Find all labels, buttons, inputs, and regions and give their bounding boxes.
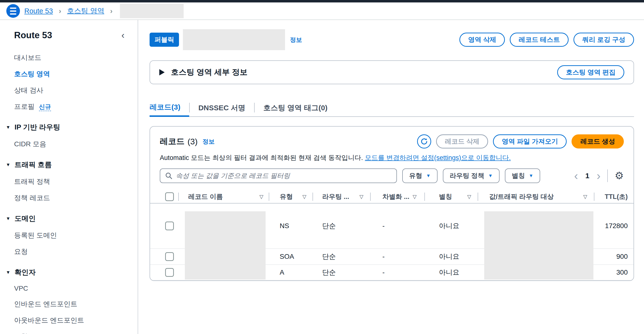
routing-policy-cell: 단순 bbox=[312, 265, 370, 280]
chevron-down-icon: ▼ bbox=[426, 173, 431, 178]
chevron-right-icon: › bbox=[59, 7, 61, 15]
select-all-checkbox[interactable] bbox=[165, 192, 174, 201]
record-name-redacted bbox=[185, 211, 266, 279]
sidebar-title: Route 53 bbox=[14, 30, 52, 41]
routing-policy-cell: 단순 bbox=[312, 203, 370, 248]
next-page-icon[interactable]: › bbox=[596, 170, 600, 182]
new-badge[interactable]: 신규 bbox=[39, 103, 51, 111]
settings-link[interactable]: 모드를 변경하려면 설정(settings)으로 이동합니다. bbox=[365, 154, 511, 161]
sort-icon[interactable]: ▽ bbox=[467, 194, 471, 200]
sidebar-item-vpc[interactable]: VPC bbox=[14, 284, 138, 292]
records-panel: 레코드 (3) 정보 레코드 삭제 영역 파일 가져오기 레코드 생성 bbox=[150, 126, 634, 281]
pagination: ‹ 1 › bbox=[574, 170, 601, 182]
triangle-down-icon: ▼ bbox=[6, 270, 10, 275]
records-description: Automatic 모드는 최상의 필터 결과에 최적화된 현재 검색 동작입니… bbox=[150, 153, 634, 162]
sidebar: Route 53 ‹ 대시보드 호스팅 영역 상태 검사 프로필신규 ▼ IP … bbox=[0, 20, 138, 334]
sidebar-item-cidr-collections[interactable]: CIDR 모음 bbox=[14, 140, 138, 149]
sidebar-section-ip-routing[interactable]: ▼ IP 기반 라우팅 bbox=[6, 122, 138, 132]
configure-query-logging-button[interactable]: 쿼리 로깅 구성 bbox=[574, 33, 634, 47]
delete-zone-button[interactable]: 영역 삭제 bbox=[460, 33, 505, 47]
sidebar-section-traffic-flow[interactable]: ▼ 트래픽 흐름 bbox=[6, 160, 138, 170]
ttl-cell: 900 bbox=[594, 249, 634, 264]
breadcrumb-route53-link[interactable]: Route 53 bbox=[24, 7, 53, 15]
differentiator-cell: - bbox=[370, 249, 424, 264]
alias-cell: 아니요 bbox=[424, 203, 478, 248]
record-search-box[interactable] bbox=[160, 168, 397, 183]
delete-record-button[interactable]: 레코드 삭제 bbox=[436, 134, 488, 149]
search-icon bbox=[165, 172, 172, 179]
triangle-down-icon: ▼ bbox=[6, 125, 10, 130]
tab-records[interactable]: 레코드(3) bbox=[150, 99, 189, 117]
edit-hosted-zone-button[interactable]: 호스팅 영역 편집 bbox=[557, 65, 624, 79]
record-filter-input[interactable] bbox=[176, 172, 392, 180]
alias-cell: 아니요 bbox=[424, 265, 478, 280]
tab-hosted-zone-tags[interactable]: 호스팅 영역 태그(0) bbox=[255, 99, 336, 117]
page-header: 퍼블릭 정보 영역 삭제 레코드 테스트 쿼리 로깅 구성 bbox=[150, 29, 634, 50]
sidebar-item-hosted-zones[interactable]: 호스팅 영역 bbox=[14, 69, 138, 79]
create-record-button[interactable]: 레코드 생성 bbox=[572, 134, 624, 149]
row-checkbox[interactable] bbox=[165, 221, 174, 230]
row-checkbox[interactable] bbox=[165, 252, 174, 261]
current-page-number[interactable]: 1 bbox=[586, 172, 590, 180]
hamburger-menu-icon[interactable] bbox=[6, 4, 20, 18]
records-title: 레코드 bbox=[160, 136, 184, 147]
previous-page-icon[interactable]: ‹ bbox=[574, 170, 578, 182]
sidebar-item-profiles[interactable]: 프로필신규 bbox=[14, 102, 138, 111]
routing-policy-cell: 단순 bbox=[312, 249, 370, 264]
table-body: NS 단순 - 아니요 172800 SOA 단순 - bbox=[150, 203, 634, 280]
filter-row: 유형▼ 라우팅 정책▼ 별칭▼ ‹ 1 › ⚙ bbox=[150, 168, 634, 183]
sidebar-item-rules[interactable]: 규칙 bbox=[14, 332, 138, 334]
records-info-link[interactable]: 정보 bbox=[202, 138, 215, 146]
records-count: (3) bbox=[188, 137, 198, 146]
sidebar-item-requests[interactable]: 요청 bbox=[14, 247, 138, 256]
sidebar-item-outbound-endpoints[interactable]: 아웃바운드 엔드포인트 bbox=[14, 316, 138, 325]
ttl-cell: 300 bbox=[594, 265, 634, 280]
hosted-zone-details-title[interactable]: 호스팅 영역 세부 정보 bbox=[171, 67, 248, 78]
sidebar-item-inbound-endpoints[interactable]: 인바운드 엔드포인트 bbox=[14, 299, 138, 309]
alias-filter-dropdown[interactable]: 별칭▼ bbox=[505, 168, 540, 183]
alias-cell: 아니요 bbox=[424, 249, 478, 264]
divider bbox=[607, 169, 608, 182]
sidebar-item-health-checks[interactable]: 상태 검사 bbox=[14, 86, 138, 95]
sort-icon[interactable]: ▽ bbox=[260, 194, 264, 200]
differentiator-cell: - bbox=[370, 265, 424, 280]
refresh-button[interactable] bbox=[417, 134, 431, 149]
records-table: 레코드 이름▽ 유형▽ 라우팅 ...▽ 차별화 ...▽ 별칭▽ 값/트래픽 … bbox=[150, 190, 634, 280]
routing-policy-filter-dropdown[interactable]: 라우팅 정책▼ bbox=[443, 168, 500, 183]
sidebar-item-policy-records[interactable]: 정책 레코드 bbox=[14, 193, 138, 203]
sidebar-item-registered-domains[interactable]: 등록된 도메인 bbox=[14, 231, 138, 240]
gear-icon[interactable]: ⚙ bbox=[614, 171, 624, 181]
sidebar-collapse-icon[interactable]: ‹ bbox=[121, 31, 124, 40]
chevron-down-icon: ▼ bbox=[529, 173, 533, 178]
chevron-right-icon: › bbox=[110, 7, 112, 15]
sidebar-section-resolver[interactable]: ▼ 확인자 bbox=[6, 267, 138, 277]
zone-info-link[interactable]: 정보 bbox=[290, 36, 302, 44]
ttl-cell: 172800 bbox=[594, 203, 634, 248]
record-type-cell: SOA bbox=[269, 249, 312, 264]
record-type-cell: A bbox=[269, 265, 312, 280]
test-record-button[interactable]: 레코드 테스트 bbox=[510, 33, 568, 47]
breadcrumb: Route 53 › 호스팅 영역 › bbox=[0, 3, 644, 20]
breadcrumb-hosted-zones-link[interactable]: 호스팅 영역 bbox=[67, 6, 104, 16]
type-filter-dropdown[interactable]: 유형▼ bbox=[402, 168, 438, 183]
sort-icon[interactable]: ▽ bbox=[583, 194, 587, 200]
sidebar-item-dashboard[interactable]: 대시보드 bbox=[14, 53, 138, 62]
record-value-redacted bbox=[484, 211, 594, 279]
import-zone-file-button[interactable]: 영역 파일 가져오기 bbox=[493, 134, 567, 149]
hosted-zone-details-panel: 호스팅 영역 세부 정보 호스팅 영역 편집 bbox=[150, 60, 634, 84]
triangle-down-icon: ▼ bbox=[6, 216, 10, 221]
main-content: 퍼블릭 정보 영역 삭제 레코드 테스트 쿼리 로깅 구성 호스팅 영역 세부 … bbox=[138, 20, 644, 334]
tab-dnssec-signing[interactable]: DNSSEC 서명 bbox=[190, 99, 254, 117]
sidebar-item-traffic-policies[interactable]: 트래픽 정책 bbox=[14, 177, 138, 186]
breadcrumb-zone-name-redacted bbox=[120, 4, 184, 18]
tab-bar: 레코드(3) DNSSEC 서명 호스팅 영역 태그(0) bbox=[150, 99, 634, 117]
browser-top-bar bbox=[0, 0, 644, 3]
sort-icon[interactable]: ▽ bbox=[360, 194, 363, 200]
expand-caret-icon[interactable] bbox=[159, 69, 165, 76]
public-badge: 퍼블릭 bbox=[150, 33, 179, 47]
refresh-icon bbox=[420, 138, 428, 145]
sidebar-section-domains[interactable]: ▼ 도메인 bbox=[6, 214, 138, 223]
sort-icon[interactable]: ▽ bbox=[302, 194, 306, 200]
sort-icon[interactable]: ▽ bbox=[413, 194, 416, 200]
row-checkbox[interactable] bbox=[165, 268, 174, 277]
